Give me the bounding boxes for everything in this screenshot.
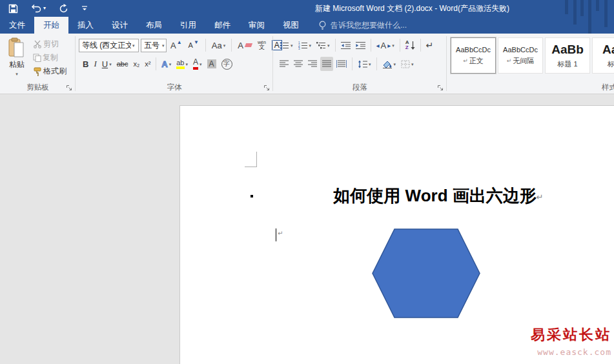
distribute-button[interactable] <box>334 57 349 71</box>
multilevel-list-caret: ▾ <box>327 43 330 48</box>
paragraph-group: ▾ 123 ▾ ▾ ◂ <box>273 34 447 94</box>
shading-button[interactable]: ▾ <box>380 57 398 71</box>
lightbulb-icon <box>318 21 327 30</box>
tab-review[interactable]: 审阅 <box>240 17 274 34</box>
save-button[interactable] <box>6 1 20 15</box>
character-shading-button[interactable]: A <box>205 57 218 71</box>
hexagon-shape[interactable] <box>372 228 480 318</box>
justify-button[interactable] <box>320 57 333 71</box>
divider <box>335 39 336 52</box>
line-spacing-caret: ▾ <box>369 62 371 66</box>
customize-qat-button[interactable] <box>79 1 90 15</box>
clipboard-group: 粘贴 ▾ 剪切 复制 格式刷 剪贴板 <box>0 34 76 94</box>
paragraph-dialog-launcher[interactable] <box>437 85 444 92</box>
align-right-button[interactable] <box>306 57 319 71</box>
document-title[interactable]: 如何使用 Word 画出六边形↵ <box>245 185 614 207</box>
style-preview: AaBbCcDc <box>503 46 538 54</box>
style-card-normal[interactable]: AaBbCcDc ↵正文 <box>451 37 496 74</box>
paste-button[interactable]: 粘贴 ▾ <box>5 37 28 83</box>
decrease-indent-button[interactable] <box>339 38 353 52</box>
highlight-caret: ▾ <box>186 62 189 66</box>
paragraph-row-1: ▾ 123 ▾ ▾ ◂ <box>278 38 435 52</box>
decrease-indent-icon <box>341 41 351 50</box>
font-size-combobox[interactable]: 五号 ▾ <box>141 39 167 52</box>
styles-group: AaBbCcDc ↵正文 AaBbCcDc ↵无间隔 AaBb 标题 1 AaB… <box>447 34 614 94</box>
document-area[interactable]: 如何使用 Word 画出六边形↵ ↵ 易采站长站 www.easck.com <box>0 94 614 364</box>
tell-me-box[interactable]: 告诉我您想要做什么... <box>318 17 407 34</box>
shrink-font-glyph: A <box>189 41 193 49</box>
show-hide-marks-button[interactable]: ↵ <box>424 38 436 52</box>
grow-font-button[interactable]: A▲ <box>169 38 185 52</box>
highlight-button[interactable]: ab▾ <box>174 57 190 71</box>
style-card-heading2[interactable]: AaB 标题 <box>592 37 614 74</box>
tab-design[interactable]: 设计 <box>103 17 137 34</box>
enclose-characters-button[interactable]: 字 <box>220 57 234 71</box>
tab-references[interactable]: 引用 <box>171 17 205 34</box>
italic-button[interactable]: I <box>92 57 98 71</box>
style-name: 标题 1 <box>557 59 577 69</box>
tab-layout[interactable]: 布局 <box>137 17 171 34</box>
clipboard-dialog-launcher[interactable] <box>66 85 73 92</box>
tab-insert[interactable]: 插入 <box>68 17 103 34</box>
tab-file[interactable]: 文件 <box>0 17 34 34</box>
font-color-button[interactable]: A▾ <box>191 57 204 71</box>
strikethrough-button[interactable]: abc <box>115 57 130 71</box>
align-left-button[interactable] <box>278 57 291 71</box>
text-effects-glyph: A <box>161 59 167 69</box>
line-spacing-button[interactable]: ▾ <box>356 57 373 71</box>
copy-label: 复制 <box>43 52 58 63</box>
bold-button[interactable]: B <box>81 57 90 71</box>
font-name-combobox[interactable]: 等线 (西文正文 ▾ <box>79 39 139 52</box>
text-effects-button[interactable]: A▾ <box>159 57 173 71</box>
watermark-site-name: 易采站长站 <box>531 325 611 345</box>
multilevel-list-button[interactable]: ▾ <box>314 38 332 52</box>
format-painter-button[interactable]: 格式刷 <box>31 65 68 78</box>
word-window: ▾ 新建 Microsoft Word 文档 (2).docx - Word(产… <box>0 0 614 364</box>
numbering-button[interactable]: 123 ▾ <box>296 38 314 52</box>
styles-group-label: 样式 <box>602 83 614 92</box>
redo-button[interactable] <box>57 1 70 15</box>
divider <box>371 39 371 52</box>
font-dialog-launcher[interactable] <box>263 85 271 92</box>
format-painter-icon <box>33 67 42 76</box>
clear-formatting-button[interactable]: A <box>236 38 254 52</box>
superscript-button[interactable]: x² <box>143 57 152 71</box>
divider <box>400 39 400 52</box>
sort-button[interactable]: AZ <box>404 38 417 52</box>
watermark: 易采站长站 www.easck.com <box>531 325 611 357</box>
margin-corner-mark <box>245 152 257 167</box>
style-card-no-spacing[interactable]: AaBbCcDc ↵无间隔 <box>498 37 543 74</box>
bullets-button[interactable]: ▾ <box>278 38 295 52</box>
tab-home[interactable]: 开始 <box>34 17 68 34</box>
underline-button[interactable]: U▾ <box>100 57 114 71</box>
highlight-glyph: ab <box>176 59 184 69</box>
font-name-value: 等线 (西文正文 <box>82 40 131 51</box>
shading-icon <box>382 60 393 68</box>
sort-az-glyph: AZ <box>405 40 409 50</box>
character-scaling-button[interactable]: ◂ A ▸ ▾ <box>374 38 396 52</box>
subscript-button[interactable]: x₂ <box>131 57 141 71</box>
cut-button[interactable]: 剪切 <box>31 37 68 51</box>
change-case-glyph: Aa <box>212 41 222 50</box>
change-case-button[interactable]: Aa▾ <box>210 38 227 52</box>
increase-indent-button[interactable] <box>354 38 367 52</box>
phonetic-guide-button[interactable]: wén文 <box>256 38 268 52</box>
style-card-heading1[interactable]: AaBb 标题 1 <box>545 37 590 74</box>
copy-button[interactable]: 复制 <box>31 51 68 65</box>
divider <box>420 39 421 52</box>
svg-text:3: 3 <box>298 47 300 50</box>
tab-view[interactable]: 视图 <box>274 17 308 34</box>
paste-dropdown-caret[interactable]: ▾ <box>15 72 18 76</box>
document-page[interactable]: 如何使用 Word 画出六边形↵ ↵ 易采站长站 www.easck.com <box>179 105 614 364</box>
align-center-button[interactable] <box>292 57 305 71</box>
paragraph-group-label: 段落 <box>273 83 447 92</box>
font-group-label: 字体 <box>76 83 273 92</box>
undo-dropdown-caret[interactable]: ▾ <box>43 6 46 11</box>
tab-mailings[interactable]: 邮件 <box>205 17 240 34</box>
shrink-font-button[interactable]: A▼ <box>187 38 201 52</box>
borders-button[interactable]: ▾ <box>399 57 416 71</box>
align-center-icon <box>294 60 303 68</box>
font-row-1: 等线 (西文正文 ▾ 五号 ▾ A▲ A▼ Aa▾ A wén文 A <box>79 38 284 52</box>
undo-button[interactable]: ▾ <box>29 1 48 15</box>
pilcrow-icon: ↵ <box>463 57 468 64</box>
